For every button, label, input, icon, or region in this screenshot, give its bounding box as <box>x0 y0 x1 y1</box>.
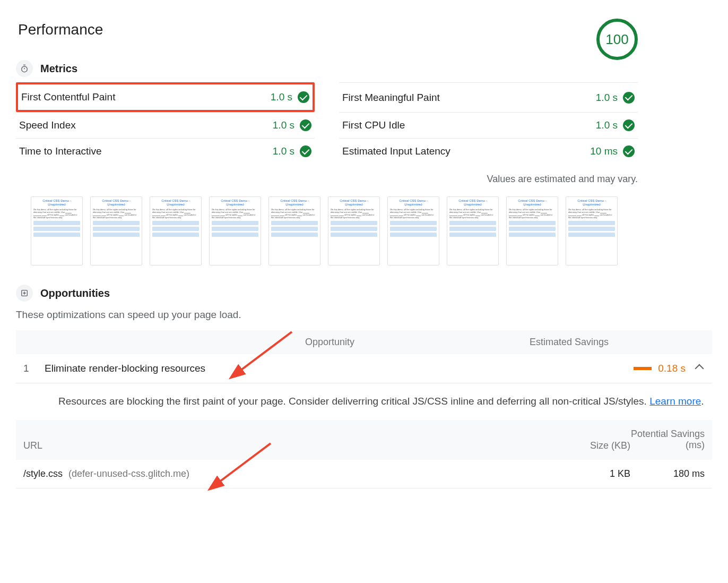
metric-row[interactable]: First Contentful Paint1.0 s <box>16 82 315 112</box>
filmstrip: Critical CSS Demo - UnoptimizedOn this d… <box>31 196 712 265</box>
opportunities-section-header: Opportunities <box>16 285 712 302</box>
metric-label: First CPU Idle <box>342 119 405 131</box>
chevron-up-icon[interactable] <box>695 364 704 373</box>
metric-value: 1.0 s <box>596 119 618 131</box>
filmstrip-thumb: Critical CSS Demo - UnoptimizedOn this d… <box>31 196 83 265</box>
opportunity-detail: Resources are blocking the first paint o… <box>16 383 712 420</box>
check-icon <box>300 145 311 157</box>
filmstrip-thumb: Critical CSS Demo - UnoptimizedOn this d… <box>506 196 558 265</box>
filmstrip-thumb: Critical CSS Demo - UnoptimizedOn this d… <box>209 196 261 265</box>
filmstrip-thumb: Critical CSS Demo - UnoptimizedOn this d… <box>447 196 499 265</box>
opportunity-savings: 0.18 s <box>658 363 686 374</box>
check-icon <box>298 91 309 103</box>
metric-label: Speed Index <box>19 119 76 131</box>
filmstrip-thumb: Critical CSS Demo - UnoptimizedOn this d… <box>268 196 320 265</box>
opportunities-description: These optimizations can speed up your pa… <box>16 309 712 321</box>
performance-score: 100 <box>596 19 638 60</box>
stopwatch-icon <box>16 60 33 77</box>
opportunities-table-header: Opportunity Estimated Savings <box>16 330 712 354</box>
column-size: Size (KB) <box>567 440 630 451</box>
metric-value: 10 ms <box>590 145 618 157</box>
metrics-footnote: Values are estimated and may vary. <box>16 174 638 185</box>
svg-point-0 <box>22 66 28 72</box>
filmstrip-thumb: Critical CSS Demo - UnoptimizedOn this d… <box>150 196 202 265</box>
metric-row[interactable]: First CPU Idle1.0 s <box>339 112 638 138</box>
opportunity-name: Eliminate render-blocking resources <box>45 363 599 374</box>
metric-value: 1.0 s <box>271 91 292 103</box>
column-opportunity: Opportunity <box>51 337 492 348</box>
metric-value: 1.0 s <box>596 92 618 104</box>
metrics-label: Metrics <box>40 63 77 75</box>
filmstrip-thumb: Critical CSS Demo - UnoptimizedOn this d… <box>566 196 618 265</box>
metric-label: First Contentful Paint <box>21 91 115 103</box>
metric-value: 1.0 s <box>273 145 294 157</box>
metric-label: Time to Interactive <box>19 145 102 157</box>
column-potential: Potential Savings (ms) <box>630 428 705 451</box>
metric-row[interactable]: First Meaningful Paint1.0 s <box>339 82 638 112</box>
metrics-section-header: Metrics <box>16 60 712 77</box>
metric-label: First Meaningful Paint <box>342 92 440 104</box>
column-url: URL <box>23 440 567 451</box>
url-size: 1 KB <box>567 468 630 479</box>
savings-bar <box>634 367 652 370</box>
metric-row[interactable]: Speed Index1.0 s <box>16 112 315 138</box>
url-host: (defer-unused-css.glitch.me) <box>68 468 189 479</box>
url-path: /style.css <box>23 468 63 479</box>
column-savings: Estimated Savings <box>492 337 705 348</box>
check-icon <box>623 145 635 157</box>
opportunity-row[interactable]: 1 Eliminate render-blocking resources 0.… <box>16 354 712 383</box>
sparkle-icon <box>16 285 33 302</box>
url-table-header: URL Size (KB) Potential Savings (ms) <box>16 420 712 460</box>
filmstrip-thumb: Critical CSS Demo - UnoptimizedOn this d… <box>387 196 439 265</box>
metric-value: 1.0 s <box>273 119 294 131</box>
check-icon <box>623 119 635 131</box>
learn-more-link[interactable]: Learn more <box>649 396 701 407</box>
filmstrip-thumb: Critical CSS Demo - UnoptimizedOn this d… <box>90 196 142 265</box>
metric-row[interactable]: Time to Interactive1.0 s <box>16 138 315 164</box>
check-icon <box>623 92 635 104</box>
opportunities-label: Opportunities <box>40 287 110 299</box>
url-row: /style.css (defer-unused-css.glitch.me) … <box>16 460 712 489</box>
check-icon <box>300 119 311 131</box>
opportunity-index: 1 <box>23 363 45 374</box>
filmstrip-thumb: Critical CSS Demo - UnoptimizedOn this d… <box>328 196 380 265</box>
page-title: Performance <box>18 21 103 38</box>
metric-label: Estimated Input Latency <box>342 145 450 157</box>
url-potential: 180 ms <box>630 468 705 480</box>
metric-row[interactable]: Estimated Input Latency10 ms <box>339 138 638 164</box>
